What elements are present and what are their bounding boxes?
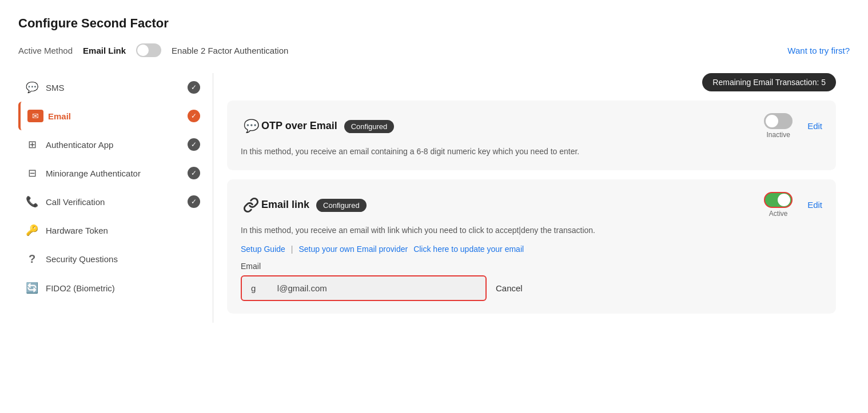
sidebar-item-miniorange-authenticator[interactable]: ⊟ Miniorange Authenticator ✓ (18, 159, 207, 187)
email-link-icon (241, 195, 261, 215)
email-link-toggle-container: Active (764, 192, 793, 218)
sidebar: 💬 SMS ✓ ✉ Email ✓ ⊞ Authenticator App ✓ … (18, 73, 213, 323)
active-method-value: Email Link (83, 46, 126, 55)
setup-own-email-link[interactable]: Setup your own Email provider (298, 244, 408, 254)
sidebar-item-hardware-token[interactable]: 🔑 Hardware Token (18, 216, 207, 244)
otp-email-configured-badge: Configured (344, 120, 395, 133)
enable-2fa-label: Enable 2 Factor Authentication (172, 46, 288, 55)
call-icon: 📞 (25, 195, 39, 208)
email-field-section: Email Cancel (241, 262, 822, 301)
cancel-button[interactable]: Cancel (496, 283, 523, 293)
hardware-token-icon: 🔑 (25, 224, 39, 236)
content-area: Remaining Email Transaction: 5 💬 OTP ove… (213, 73, 850, 323)
setup-guide-link[interactable]: Setup Guide (241, 244, 285, 254)
email-check-icon: ✓ (188, 110, 200, 122)
enable-2fa-toggle[interactable] (136, 43, 161, 57)
email-link-edit-link[interactable]: Edit (807, 200, 822, 210)
link-separator-1: | (291, 244, 293, 254)
email-input[interactable] (241, 275, 487, 301)
email-icon: ✉ (27, 110, 41, 122)
sidebar-label-email: Email (48, 111, 181, 121)
email-field-label: Email (241, 262, 822, 271)
remaining-badge: Remaining Email Transaction: 5 (702, 73, 836, 91)
email-link-toggle[interactable] (764, 192, 793, 208)
sms-icon: 💬 (25, 81, 39, 94)
try-first-link[interactable]: Want to try first? (787, 46, 850, 55)
sidebar-item-sms[interactable]: 💬 SMS ✓ (18, 73, 207, 102)
sidebar-item-call-verification[interactable]: 📞 Call Verification ✓ (18, 187, 207, 216)
otp-email-status-label: Inactive (766, 131, 790, 139)
otp-email-icon: 💬 (241, 116, 261, 137)
update-email-link[interactable]: Click here to update your email (413, 244, 524, 254)
sidebar-label-call: Call Verification (46, 197, 181, 207)
otp-email-edit-link[interactable]: Edit (807, 121, 822, 131)
sidebar-label-miniorange: Miniorange Authenticator (46, 169, 181, 178)
fido2-icon: 🔄 (25, 282, 39, 294)
email-link-status-label: Active (769, 210, 788, 218)
email-link-description: In this method, you receive an email wit… (241, 224, 822, 236)
call-check-icon: ✓ (188, 195, 200, 208)
sidebar-item-security-questions[interactable]: ? Security Questions (18, 244, 207, 274)
top-bar: Active Method Email Link Enable 2 Factor… (18, 43, 850, 57)
otp-email-toggle-container: Inactive (764, 113, 793, 139)
otp-email-title: OTP over Email (261, 120, 337, 132)
miniorange-check-icon: ✓ (188, 167, 200, 179)
otp-email-toggle[interactable] (764, 113, 793, 129)
email-link-links-row: Setup Guide | Setup your own Email provi… (241, 244, 822, 254)
authenticator-app-icon: ⊞ (25, 138, 39, 151)
sms-check-icon: ✓ (188, 81, 200, 94)
email-link-title: Email link (261, 199, 309, 211)
email-link-card: Email link Configured Active Edit In thi… (227, 179, 836, 314)
sidebar-label-fido2: FIDO2 (Biometric) (46, 283, 200, 293)
sidebar-label-security-questions: Security Questions (46, 254, 200, 264)
otp-email-description: In this method, you receive an email con… (241, 146, 822, 158)
email-link-configured-badge: Configured (316, 199, 367, 212)
sidebar-item-authenticator-app[interactable]: ⊞ Authenticator App ✓ (18, 130, 207, 159)
security-questions-icon: ? (25, 252, 39, 266)
miniorange-icon: ⊟ (25, 167, 39, 179)
otp-email-card: 💬 OTP over Email Configured Inactive Edi… (227, 101, 836, 170)
page-title: Configure Second Factor (18, 16, 850, 31)
sidebar-label-authenticator-app: Authenticator App (46, 140, 181, 150)
authenticator-app-check-icon: ✓ (188, 138, 200, 151)
sidebar-label-sms: SMS (46, 83, 181, 93)
sidebar-item-fido2[interactable]: 🔄 FIDO2 (Biometric) (18, 274, 207, 302)
sidebar-item-email[interactable]: ✉ Email ✓ (18, 102, 207, 130)
active-method-label: Active Method (18, 46, 73, 55)
email-input-row: Cancel (241, 275, 822, 301)
main-content: 💬 SMS ✓ ✉ Email ✓ ⊞ Authenticator App ✓ … (18, 73, 850, 323)
sidebar-label-hardware-token: Hardware Token (46, 226, 200, 235)
